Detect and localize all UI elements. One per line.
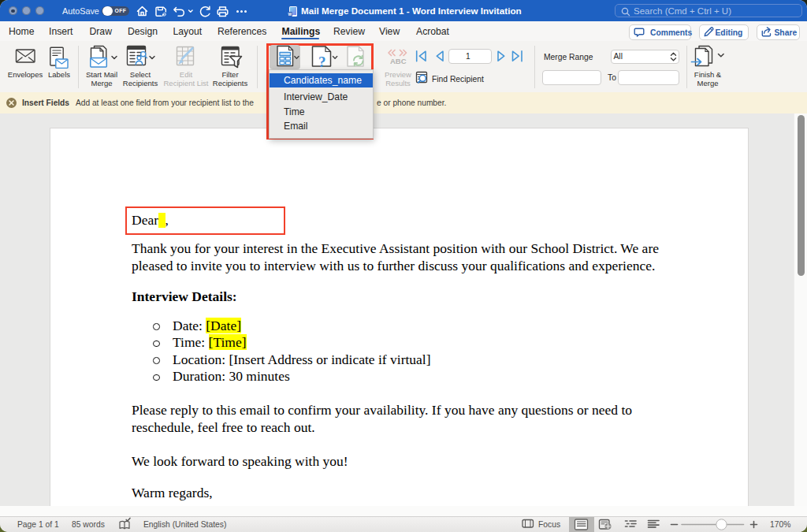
svg-text:ABC: ABC bbox=[390, 57, 407, 65]
